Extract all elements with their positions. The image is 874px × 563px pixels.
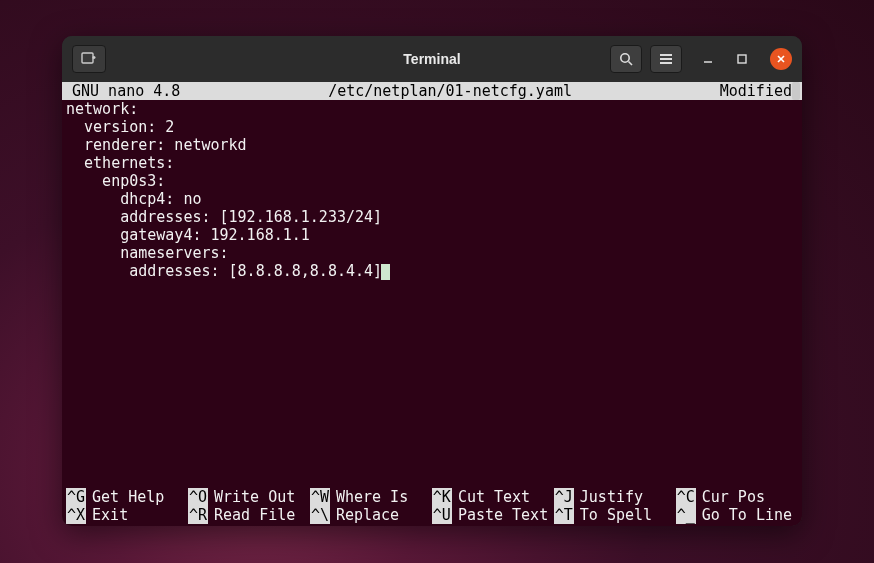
shortcut-label: Replace xyxy=(336,506,399,524)
shortcut-key: ^\ xyxy=(310,506,330,524)
shortcut-key: ^K xyxy=(432,488,452,506)
terminal-window: Terminal xyxy=(62,36,802,526)
shortcut: ^TTo Spell xyxy=(554,506,676,524)
shortcut: ^RRead File xyxy=(188,506,310,524)
shortcut: ^JJustify xyxy=(554,488,676,506)
editor-line: gateway4: 192.168.1.1 xyxy=(66,226,798,244)
shortcut-label: Go To Line xyxy=(702,506,792,524)
shortcut: ^OWrite Out xyxy=(188,488,310,506)
nano-version: GNU nano 4.8 xyxy=(66,82,186,100)
svg-rect-7 xyxy=(738,55,746,63)
editor-line: version: 2 xyxy=(66,118,798,136)
shortcut-key: ^O xyxy=(188,488,208,506)
editor-line: network: xyxy=(66,100,798,118)
shortcut: ^WWhere Is xyxy=(310,488,432,506)
shortcut-key: ^J xyxy=(554,488,574,506)
editor-line: dhcp4: no xyxy=(66,190,798,208)
editor-line: renderer: networkd xyxy=(66,136,798,154)
shortcut: ^\Replace xyxy=(310,506,432,524)
svg-point-1 xyxy=(621,54,629,62)
shortcut-key: ^U xyxy=(432,506,452,524)
new-tab-button[interactable] xyxy=(72,45,106,73)
shortcut: ^KCut Text xyxy=(432,488,554,506)
shortcut-label: Paste Text xyxy=(458,506,548,524)
hamburger-icon xyxy=(659,53,673,65)
close-icon xyxy=(776,54,786,64)
editor-line: nameservers: xyxy=(66,244,798,262)
search-icon xyxy=(619,52,633,66)
scrollbar-thumb[interactable] xyxy=(792,82,800,100)
editor-line: addresses: [8.8.8.8,8.8.4.4] xyxy=(66,262,798,280)
shortcut: ^UPaste Text xyxy=(432,506,554,524)
editor-line: addresses: [192.168.1.233/24] xyxy=(66,208,798,226)
shortcut-label: Justify xyxy=(580,488,643,506)
editor-line: ethernets: xyxy=(66,154,798,172)
shortcut-key: ^G xyxy=(66,488,86,506)
terminal-body[interactable]: GNU nano 4.8 /etc/netplan/01-netcfg.yaml… xyxy=(62,82,802,526)
nano-modified: Modified xyxy=(714,82,798,100)
editor-line: enp0s3: xyxy=(66,172,798,190)
maximize-button[interactable] xyxy=(736,53,752,65)
svg-line-2 xyxy=(629,62,633,66)
shortcut-label: To Spell xyxy=(580,506,652,524)
shortcut: ^GGet Help xyxy=(66,488,188,506)
shortcut-key: ^_ xyxy=(676,506,696,524)
minimize-icon xyxy=(702,53,714,65)
nano-header: GNU nano 4.8 /etc/netplan/01-netcfg.yaml… xyxy=(62,82,802,100)
shortcut: ^XExit xyxy=(66,506,188,524)
cursor xyxy=(381,264,390,280)
new-tab-icon xyxy=(81,52,97,66)
shortcut-key: ^R xyxy=(188,506,208,524)
svg-rect-0 xyxy=(82,53,93,63)
titlebar[interactable]: Terminal xyxy=(62,36,802,82)
shortcut-key: ^T xyxy=(554,506,574,524)
shortcut-key: ^X xyxy=(66,506,86,524)
nano-filename: /etc/netplan/01-netcfg.yaml xyxy=(186,82,713,100)
shortcut-label: Cur Pos xyxy=(702,488,765,506)
close-button[interactable] xyxy=(770,48,792,70)
editor-content[interactable]: network: version: 2 renderer: networkd e… xyxy=(62,100,802,280)
maximize-icon xyxy=(736,53,748,65)
menu-button[interactable] xyxy=(650,45,682,73)
shortcut: ^CCur Pos xyxy=(676,488,798,506)
shortcut-label: Where Is xyxy=(336,488,408,506)
shortcut: ^_Go To Line xyxy=(676,506,798,524)
shortcut-label: Cut Text xyxy=(458,488,530,506)
shortcut-label: Get Help xyxy=(92,488,164,506)
shortcut-label: Write Out xyxy=(214,488,295,506)
minimize-button[interactable] xyxy=(702,53,718,65)
shortcut-label: Read File xyxy=(214,506,295,524)
shortcut-key: ^W xyxy=(310,488,330,506)
shortcut-label: Exit xyxy=(92,506,128,524)
search-button[interactable] xyxy=(610,45,642,73)
nano-footer: ^GGet Help^OWrite Out^WWhere Is^KCut Tex… xyxy=(62,488,802,526)
shortcut-key: ^C xyxy=(676,488,696,506)
